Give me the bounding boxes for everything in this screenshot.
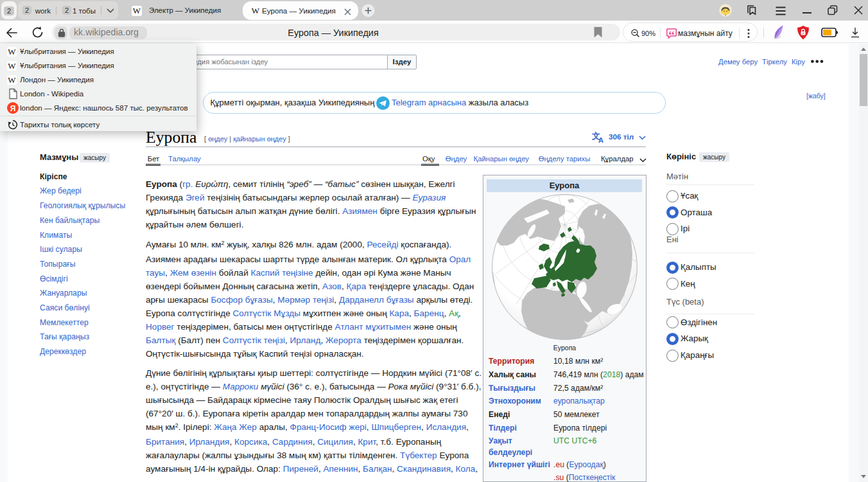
svg-text:A: A (598, 136, 603, 143)
svg-text:Я: Я (10, 104, 16, 113)
